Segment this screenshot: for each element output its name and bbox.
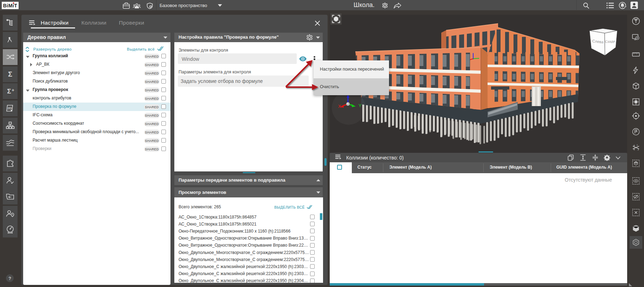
svg-text:2D: 2D <box>7 106 12 110</box>
svg-text:Σ: Σ <box>7 87 11 95</box>
svg-text:X: X <box>338 104 341 109</box>
svg-text:Y: Y <box>358 103 362 108</box>
svg-text:Сзади: Сзади <box>605 39 615 44</box>
svg-text:Σ: Σ <box>8 70 12 78</box>
svg-text:1: 1 <box>637 144 638 146</box>
svg-text:+: + <box>12 87 14 93</box>
